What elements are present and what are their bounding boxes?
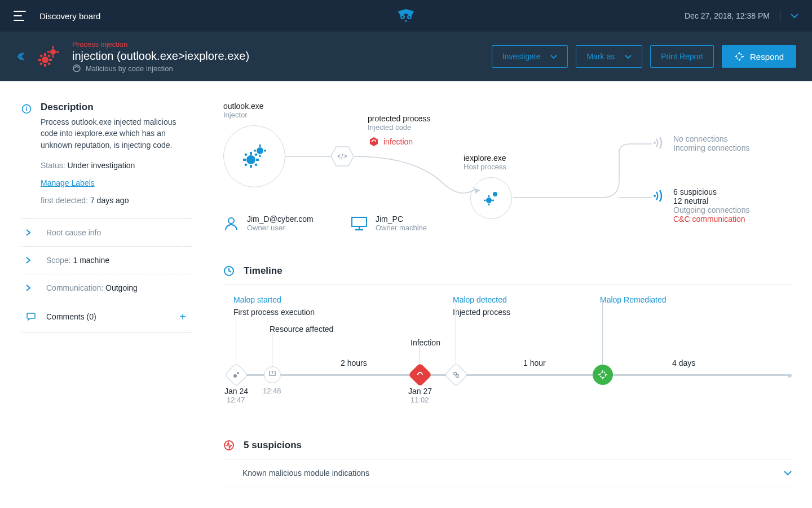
svg-point-4 bbox=[42, 56, 48, 63]
timeline-node-remediated[interactable] bbox=[593, 365, 613, 385]
svg-rect-39 bbox=[254, 150, 256, 152]
threat-category: Process injection bbox=[72, 40, 249, 49]
suspicions-heading: 5 suspicions bbox=[244, 440, 302, 451]
resource-affected-label: Resource affected bbox=[270, 325, 333, 334]
code-node: </> bbox=[330, 146, 354, 167]
date-jan27: Jan 27 bbox=[408, 387, 432, 396]
infection-label: Infection bbox=[411, 338, 440, 347]
reason-icon bbox=[72, 64, 81, 73]
user-icon bbox=[223, 216, 239, 231]
svg-rect-40 bbox=[264, 150, 266, 152]
timeline-node-infection[interactable] bbox=[408, 363, 432, 387]
time-1102: 11:02 bbox=[411, 396, 429, 404]
sidebar-item-comments[interactable]: Comments (0) + bbox=[21, 301, 192, 333]
svg-point-51 bbox=[654, 142, 656, 144]
svg-point-53 bbox=[228, 218, 234, 224]
comm-value: Outgoing bbox=[105, 283, 138, 292]
first-process-label: First process execution bbox=[233, 308, 315, 317]
description-text: Process outlook.exe injected malicious c… bbox=[21, 116, 192, 151]
injected-process-label: Injected process bbox=[453, 308, 510, 317]
comm-label: Communication: bbox=[46, 283, 105, 292]
root-cause-label: Root cause info bbox=[46, 228, 101, 237]
monitor-icon bbox=[351, 216, 368, 231]
injector-role: Injector bbox=[223, 111, 264, 119]
timeline-node-start[interactable] bbox=[224, 363, 248, 387]
comment-icon bbox=[26, 312, 36, 322]
svg-rect-14 bbox=[52, 46, 54, 49]
svg-point-25 bbox=[26, 107, 27, 108]
sidebar-item-scope[interactable]: Scope: 1 machine bbox=[21, 246, 192, 274]
signal-icon bbox=[653, 190, 668, 202]
svg-rect-38 bbox=[259, 155, 261, 157]
svg-marker-44 bbox=[370, 137, 378, 146]
svg-point-58 bbox=[233, 374, 237, 378]
svg-point-18 bbox=[73, 65, 80, 72]
investigate-button[interactable]: Investigate bbox=[492, 45, 568, 68]
one-hour-label: 1 hour bbox=[523, 358, 546, 367]
add-comment-button[interactable]: + bbox=[179, 310, 186, 323]
suspicious-count: 6 suspicious bbox=[673, 187, 749, 196]
svg-point-3 bbox=[408, 16, 410, 17]
outgoing-connections-label: Outgoing connections bbox=[673, 205, 749, 214]
status-value: Under investigation bbox=[67, 161, 135, 170]
chevron-right-icon bbox=[26, 284, 36, 291]
svg-rect-7 bbox=[38, 59, 41, 61]
svg-rect-32 bbox=[244, 153, 248, 156]
scope-label: Scope: bbox=[46, 256, 73, 265]
back-chevron-icon[interactable] bbox=[16, 52, 25, 61]
svg-rect-48 bbox=[484, 200, 486, 202]
suspicion-label: Known malicious module indications bbox=[242, 468, 369, 478]
timeline-node-detected[interactable] bbox=[444, 363, 468, 387]
four-days-label: 4 days bbox=[672, 358, 695, 367]
svg-rect-16 bbox=[47, 51, 50, 53]
time-1247: 12:47 bbox=[227, 396, 245, 404]
svg-point-19 bbox=[736, 54, 742, 59]
svg-rect-30 bbox=[243, 159, 246, 161]
svg-rect-46 bbox=[488, 195, 490, 198]
no-connections-label: No connections bbox=[673, 134, 749, 143]
host-node[interactable] bbox=[470, 177, 512, 219]
svg-point-13 bbox=[50, 49, 56, 55]
svg-rect-34 bbox=[244, 163, 248, 167]
svg-point-59 bbox=[237, 372, 239, 374]
owner-machine-role: Owner machine bbox=[376, 224, 427, 232]
svg-rect-12 bbox=[47, 54, 51, 58]
malop-started-label: Malop started bbox=[233, 295, 281, 304]
host-name: iexplore.exe bbox=[464, 154, 506, 163]
threat-reason: Malicious by code injection bbox=[86, 64, 173, 73]
svg-rect-10 bbox=[47, 62, 51, 65]
chevron-right-icon bbox=[26, 229, 36, 236]
injector-name: outlook.exe bbox=[223, 102, 264, 111]
svg-rect-15 bbox=[52, 55, 54, 58]
mark-as-button[interactable]: Mark as bbox=[576, 45, 642, 68]
brand-logo bbox=[396, 8, 416, 24]
svg-rect-35 bbox=[254, 153, 258, 156]
sidebar-item-root-cause[interactable]: Root cause info bbox=[21, 218, 192, 246]
datetime-display: Dec 27, 2018, 12:38 PM bbox=[685, 11, 770, 20]
print-report-button[interactable]: Print Report bbox=[650, 45, 714, 68]
svg-rect-47 bbox=[488, 204, 490, 206]
injector-node[interactable] bbox=[223, 125, 285, 187]
svg-rect-29 bbox=[250, 165, 252, 168]
clock-icon bbox=[223, 265, 235, 277]
neutral-count: 12 neutral bbox=[673, 196, 749, 205]
graph-branch bbox=[512, 141, 659, 203]
respond-button[interactable]: Respond bbox=[722, 45, 796, 68]
sidebar-item-communication[interactable]: Communication: Outgoing bbox=[21, 274, 192, 301]
timeline-node-resource[interactable] bbox=[264, 366, 281, 383]
chevron-down-icon bbox=[625, 55, 632, 59]
suspicion-row[interactable]: Known malicious module indications bbox=[223, 459, 792, 487]
svg-rect-28 bbox=[250, 152, 252, 155]
owner-user-role: Owner user bbox=[247, 224, 314, 232]
scope-value: 1 machine bbox=[73, 256, 109, 265]
target-icon bbox=[734, 51, 744, 62]
threat-title: injection (outlook.exe>iexplore.exe) bbox=[72, 50, 249, 63]
protected-title: protected process bbox=[368, 114, 430, 123]
page-title: Discovery board bbox=[39, 11, 100, 21]
manage-labels-link[interactable]: Manage Labels bbox=[41, 178, 95, 187]
owner-machine-name: Jim_PC bbox=[376, 214, 427, 224]
user-menu-chevron[interactable] bbox=[791, 14, 798, 18]
pulse-icon bbox=[223, 440, 235, 451]
menu-icon[interactable] bbox=[14, 11, 26, 21]
svg-point-62 bbox=[454, 373, 457, 375]
